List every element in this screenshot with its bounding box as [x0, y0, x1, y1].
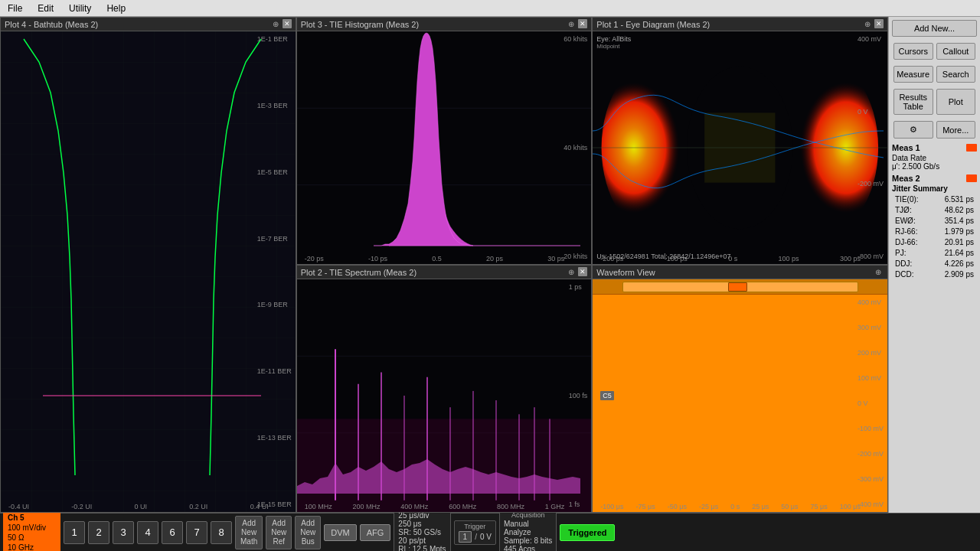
trigger-label: Trigger	[459, 523, 492, 530]
main-content: Plot 4 - Bathtub (Meas 2) ⊕ ✕	[0, 17, 980, 513]
y-label-11: 1E-11 BER	[257, 367, 292, 375]
meas1-indicator	[966, 144, 977, 152]
plot1-zoom-icon[interactable]: ⊕	[862, 19, 873, 29]
ch3-button[interactable]: 3	[113, 521, 134, 544]
horizontal-sample-rate: SR: 50 GS/s	[398, 528, 446, 536]
meas1-header: Meas 1	[892, 143, 977, 152]
add-new-bus-button[interactable]: Add New Bus	[295, 516, 321, 549]
plot4-title: Plot 4 - Bathtub (Meas 2)	[5, 20, 98, 29]
menu-help[interactable]: Help	[99, 2, 133, 15]
results-table-button[interactable]: Results Table	[893, 89, 933, 115]
bottom-bar: Ch 5 100 mV/div 50 Ω 10 GHz 1 2 3 4 6 7 …	[0, 513, 980, 551]
meas2-header: Meas 2	[892, 174, 977, 183]
plot1-y-axis: 400 mV 0 V -200 mV -800 mV	[858, 31, 884, 264]
svg-rect-16	[297, 419, 592, 512]
plot2-title: Plot 2 - TIE Spectrum (Meas 2)	[301, 268, 416, 277]
ch6-button[interactable]: 6	[162, 521, 183, 544]
waveform-scrollbar[interactable]	[622, 282, 858, 292]
plot2-content: 1 ps 100 fs 1 fs 100 MHz 200 MHz 400 MHz…	[297, 279, 592, 512]
triggered-button[interactable]: Triggered	[560, 524, 615, 541]
waveform-view: Waveform View ⊕ C5	[592, 265, 888, 513]
menu-edit[interactable]: Edit	[30, 2, 61, 15]
plot2-x-axis: 100 MHz 200 MHz 400 MHz 600 MHz 800 MHz …	[297, 503, 573, 510]
add-new-button[interactable]: Add New...	[892, 20, 977, 37]
plot1-eye-diagram: Plot 1 - Eye Diagram (Meas 2) ⊕ ✕	[592, 17, 888, 265]
plot1-content: 400 mV 0 V -200 mV -800 mV -200 ps -100 …	[593, 31, 887, 264]
horizontal-delay: 250 μs	[398, 520, 446, 528]
jitter-table: TIE(0): 6.531 ps TJØ: 48.62 ps EWØ: 351.…	[892, 194, 977, 280]
ch1-button[interactable]: 1	[64, 521, 85, 544]
plot1-annotation: Eye: AllBits Midpoint	[596, 35, 631, 50]
search-button[interactable]: Search	[936, 66, 976, 83]
waveform-titlebar: Waveform View ⊕	[593, 266, 887, 279]
measure-button[interactable]: Measure	[893, 66, 933, 83]
meas1-mu-label: μ': 2.500 Gb/s	[892, 162, 977, 171]
add-new-ref-button[interactable]: Add New Ref	[266, 516, 292, 549]
icon-button[interactable]: ⚙	[893, 121, 933, 139]
plot2-zoom-icon[interactable]: ⊕	[566, 267, 577, 277]
icon-more-row: ⚙ More...	[892, 119, 977, 140]
y-label-9: 1E-9 BER	[257, 301, 292, 308]
plot1-title: Plot 1 - Eye Diagram (Meas 2)	[596, 20, 710, 29]
meas1-data-rate-label: Data Rate	[892, 154, 977, 162]
plot2-close-btn[interactable]: ✕	[578, 267, 587, 276]
waveform-y-axis: 400 mV 300 mV 200 mV 100 mV 0 V -100 mV …	[858, 295, 884, 512]
ch2-button[interactable]: 2	[88, 521, 109, 544]
plot2-y-axis: 1 ps 100 fs 1 fs	[569, 279, 588, 512]
plot3-close-btn[interactable]: ✕	[578, 19, 587, 28]
plot1-close-btn[interactable]: ✕	[874, 19, 884, 28]
plot1-cursor-info: Us: 1502/624981 Total: 26842/1.12496e+07	[596, 253, 730, 260]
waveform-x-axis: -100 μs -75 μs -50 μs -25 μs 0 s 25 μs 5…	[593, 503, 868, 510]
ch7-button[interactable]: 7	[186, 521, 207, 544]
plot2-svg	[297, 279, 592, 512]
trigger-level: 0 V	[480, 533, 492, 541]
jitter-tie0: TIE(0): 6.531 ps	[895, 194, 974, 205]
ch8-button[interactable]: 8	[211, 521, 232, 544]
acquisition-section[interactable]: Acquisition Manual Analyze Sample: 8 bit…	[499, 509, 557, 551]
waveform-zoom-icon[interactable]: ⊕	[873, 267, 884, 277]
channel-info[interactable]: Ch 5 100 mV/div 50 Ω 10 GHz	[3, 511, 60, 552]
plot-button[interactable]: Plot	[936, 89, 976, 115]
svg-rect-28	[593, 295, 887, 512]
trigger-slash: /	[475, 533, 477, 541]
channel-bandwidth: 10 GHz	[8, 543, 56, 552]
callout-button[interactable]: Callout	[936, 43, 976, 60]
waveform-title: Waveform View	[596, 268, 655, 277]
horizontal-record-length: RL: 12.5 Mpts	[398, 545, 446, 551]
plot3-svg	[297, 31, 592, 264]
svg-rect-1	[1, 31, 296, 512]
plot4-content: 1E-1 BER 1E-3 BER 1E-5 BER 1E-7 BER 1E-9…	[1, 31, 296, 512]
plot1-titlebar: Plot 1 - Eye Diagram (Meas 2) ⊕ ✕	[593, 18, 887, 31]
plot3-x-axis: -20 ps -10 ps 0.5 20 ps 30 ps	[297, 255, 573, 262]
menubar: File Edit Utility Help	[0, 0, 980, 17]
dvm-button[interactable]: DVM	[324, 524, 356, 541]
plot2-titlebar: Plot 2 - TIE Spectrum (Meas 2) ⊕ ✕	[297, 266, 592, 279]
plot2-tie-spectrum: Plot 2 - TIE Spectrum (Meas 2) ⊕ ✕	[296, 265, 593, 513]
y-label-5: 1E-5 BER	[257, 168, 292, 176]
results-plot-row: Results Table Plot	[892, 87, 977, 116]
jitter-ewo: EWØ: 351.4 ps	[895, 216, 974, 227]
plot3-zoom-icon[interactable]: ⊕	[566, 19, 577, 29]
afg-button[interactable]: AFG	[360, 524, 391, 541]
menu-utility[interactable]: Utility	[61, 2, 99, 15]
channel-scale: 100 mV/div	[8, 523, 56, 533]
jitter-rj66: RJ-66: 1.979 ps	[895, 227, 974, 237]
more-button[interactable]: More...	[936, 121, 976, 139]
cursors-button[interactable]: Cursors	[893, 43, 933, 60]
menu-file[interactable]: File	[0, 2, 30, 15]
jitter-dj66: DJ-66: 20.91 ps	[895, 237, 974, 248]
plot4-x-axis: -0.4 UI -0.2 UI 0 UI 0.2 UI 0.4 UI	[1, 503, 276, 510]
waveform-scrollbar-area[interactable]	[593, 279, 887, 295]
channel-impedance: 50 Ω	[8, 533, 56, 543]
plot3-title: Plot 3 - TIE Histogram (Meas 2)	[301, 20, 419, 29]
waveform-thumb[interactable]	[728, 282, 746, 292]
plot3-titlebar: Plot 3 - TIE Histogram (Meas 2) ⊕ ✕	[297, 18, 592, 31]
plot4-close-btn[interactable]: ✕	[283, 19, 292, 28]
plot4-zoom-icon[interactable]: ⊕	[270, 19, 281, 29]
trigger-section[interactable]: Trigger 1 / 0 V	[454, 520, 496, 545]
add-new-math-button[interactable]: Add New Math	[235, 516, 263, 549]
plot3-content: 60 khits 40 khits 20 khits -20 ps -10 ps…	[297, 31, 592, 264]
jitter-summary-label: Jitter Summary	[892, 184, 977, 193]
waveform-content: C5 400 mV 300 mV 200 mV 100 mV 0 V -100 …	[593, 279, 887, 512]
ch4-button[interactable]: 4	[137, 521, 158, 544]
